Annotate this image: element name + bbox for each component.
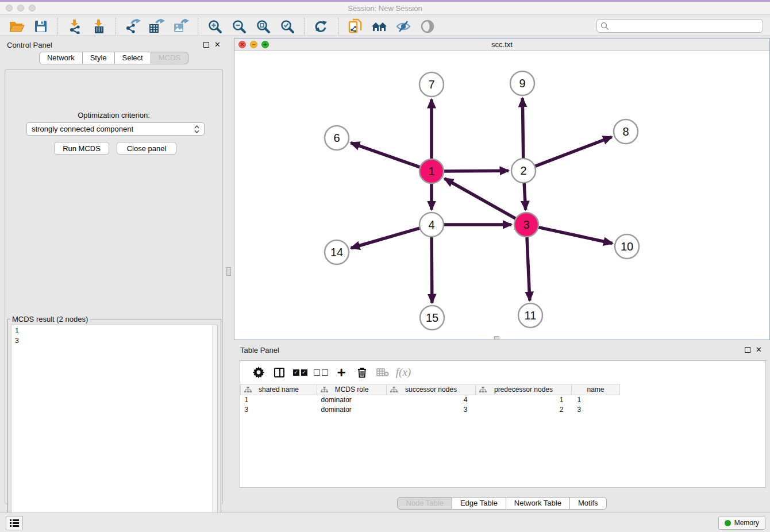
- show-eye-icon[interactable]: [418, 18, 437, 35]
- import-network-icon[interactable]: [65, 18, 84, 35]
- table-toolbar: ✓✓ + f(x): [240, 361, 765, 384]
- mcds-result-text[interactable]: 1 3: [11, 325, 218, 531]
- deselect-all-checkboxes-icon[interactable]: [310, 364, 331, 381]
- clone-network-icon[interactable]: [345, 18, 365, 35]
- tab-edge-table[interactable]: Edge Table: [452, 497, 506, 510]
- float-panel-icon[interactable]: [203, 42, 209, 48]
- float-table-panel-icon[interactable]: [745, 347, 750, 353]
- table-row[interactable]: 3dominator323: [241, 405, 620, 415]
- tab-mcds[interactable]: MCDS: [151, 52, 188, 64]
- export-network-icon[interactable]: [123, 18, 143, 35]
- application-window: { "window": { "title": "Session: New Ses…: [0, 0, 770, 532]
- add-column-icon[interactable]: +: [331, 364, 352, 381]
- zoom-out-icon[interactable]: [229, 18, 249, 35]
- export-table-icon[interactable]: [147, 18, 167, 35]
- table-panel: Table Panel ✕ ✓✓ + f(x) shared nameMCDS …: [234, 343, 770, 511]
- edge-3-11[interactable]: [527, 235, 530, 300]
- table-header-row: shared nameMCDS rolesuccessor nodesprede…: [241, 384, 620, 395]
- horizontal-splitter-handle[interactable]: [494, 336, 499, 340]
- tab-style[interactable]: Style: [82, 52, 115, 64]
- node-14[interactable]: 14: [325, 240, 349, 264]
- edge-4-14[interactable]: [351, 228, 422, 248]
- table-options-gear-icon[interactable]: [248, 364, 269, 381]
- toolbar-separator: [116, 18, 116, 35]
- control-panel: Control Panel ✕ NetworkStyleSelectMCDS O…: [0, 38, 228, 506]
- open-session-icon[interactable]: [7, 18, 26, 35]
- node-8[interactable]: 8: [614, 119, 638, 144]
- svg-text:11: 11: [525, 309, 537, 322]
- home-icon[interactable]: [369, 18, 389, 35]
- delete-column-icon[interactable]: [352, 364, 372, 381]
- column-header-MCDS-role[interactable]: MCDS role: [317, 384, 387, 395]
- node-10[interactable]: 10: [615, 234, 639, 259]
- close-panel-button[interactable]: Close panel: [117, 142, 176, 155]
- network-canvas[interactable]: 7968124314101511: [234, 51, 769, 340]
- edge-2-9[interactable]: [522, 98, 523, 160]
- save-session-icon[interactable]: [31, 18, 51, 35]
- search-field[interactable]: [596, 19, 763, 33]
- node-7[interactable]: 7: [419, 72, 444, 97]
- edge-3-10[interactable]: [537, 227, 613, 244]
- node-table[interactable]: shared nameMCDS rolesuccessor nodesprede…: [240, 384, 620, 415]
- zoom-fit-icon[interactable]: [253, 18, 273, 35]
- svg-text:4: 4: [428, 218, 434, 231]
- svg-text:8: 8: [622, 125, 629, 138]
- export-image-icon[interactable]: [171, 18, 191, 35]
- edge-1-6[interactable]: [351, 143, 422, 168]
- tab-select[interactable]: Select: [114, 52, 151, 64]
- table-row[interactable]: 1dominator411: [241, 395, 620, 405]
- edge-2-8[interactable]: [533, 137, 612, 167]
- zoom-selected-icon[interactable]: [278, 18, 297, 35]
- network-graph[interactable]: 7968124314101511: [234, 51, 769, 340]
- svg-text:1: 1: [428, 165, 434, 178]
- tab-network[interactable]: Network: [39, 52, 83, 64]
- tab-node-table[interactable]: Node Table: [397, 497, 452, 510]
- mcds-tab-content: Optimization criterion: strongly connect…: [5, 69, 223, 504]
- node-9[interactable]: 9: [510, 71, 534, 95]
- node-3[interactable]: 3: [514, 213, 538, 237]
- close-table-panel-icon[interactable]: ✕: [756, 347, 762, 353]
- edge-4-15[interactable]: [432, 235, 432, 303]
- task-history-button[interactable]: [6, 516, 23, 530]
- column-header-shared-name[interactable]: shared name: [241, 384, 317, 395]
- status-bar: Memory: [0, 512, 770, 532]
- node-2[interactable]: 2: [511, 159, 536, 183]
- node-4[interactable]: 4: [419, 213, 444, 237]
- network-frame-titlebar: ✕ − + scc.txt: [234, 38, 769, 51]
- close-panel-icon[interactable]: ✕: [214, 42, 221, 48]
- node-15[interactable]: 15: [420, 306, 444, 330]
- import-table-icon[interactable]: [89, 18, 109, 35]
- edge-2-3[interactable]: [524, 181, 526, 210]
- select-all-checkboxes-icon[interactable]: ✓✓: [290, 364, 310, 381]
- table-body: 1dominator4113dominator323: [241, 395, 620, 415]
- search-input[interactable]: [611, 22, 763, 30]
- vertical-splitter-handle[interactable]: [226, 267, 231, 276]
- dropdown-stepper-icon: [194, 125, 199, 133]
- criterion-dropdown[interactable]: strongly connected component: [26, 122, 205, 136]
- svg-text:6: 6: [333, 132, 340, 144]
- node-6[interactable]: 6: [325, 126, 349, 150]
- list-icon: [10, 519, 22, 521]
- tab-network-table[interactable]: Network Table: [506, 497, 570, 510]
- column-header-name[interactable]: name: [572, 384, 620, 395]
- control-panel-title: Control Panel: [7, 41, 52, 49]
- node-1[interactable]: 1: [419, 159, 444, 183]
- show-columns-icon[interactable]: [269, 364, 290, 381]
- table-panel-tabs: Node TableEdge TableNetwork TableMotifs: [234, 497, 770, 510]
- result-scrollbar[interactable]: [212, 325, 217, 531]
- memory-button[interactable]: Memory: [718, 516, 765, 530]
- control-panel-tabs: NetworkStyleSelectMCDS: [0, 52, 228, 64]
- node-11[interactable]: 11: [518, 303, 542, 327]
- run-mcds-button[interactable]: Run MCDS: [54, 142, 109, 155]
- tab-motifs[interactable]: Motifs: [569, 497, 607, 510]
- apply-layout-icon[interactable]: [311, 18, 331, 35]
- column-header-successor-nodes[interactable]: successor nodes: [387, 384, 476, 395]
- criterion-dropdown-value: strongly connected component: [32, 125, 133, 133]
- hide-panel-eye-icon[interactable]: [394, 18, 413, 35]
- table-panel-title: Table Panel: [240, 346, 279, 354]
- column-header-predecessor-nodes[interactable]: predecessor nodes: [476, 384, 572, 395]
- edge-1-2[interactable]: [442, 171, 509, 171]
- edge-3-1[interactable]: [445, 179, 518, 219]
- zoom-in-icon[interactable]: [205, 18, 225, 35]
- function-builder-icon-disabled: f(x): [393, 364, 414, 381]
